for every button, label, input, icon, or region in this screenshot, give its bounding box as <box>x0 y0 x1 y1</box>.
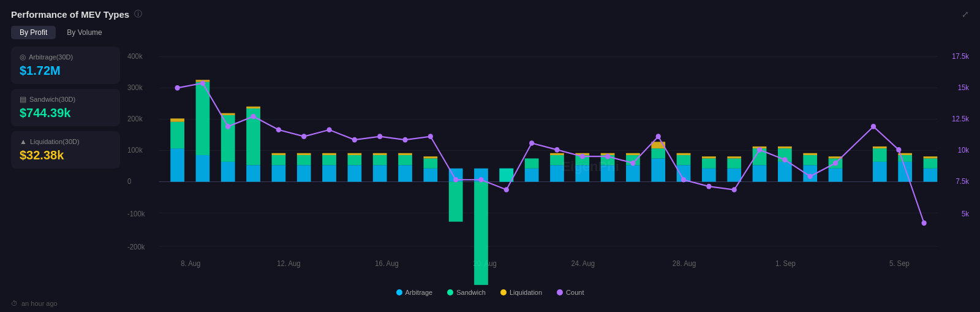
svg-rect-89 <box>677 155 691 165</box>
svg-point-145 <box>871 124 876 129</box>
svg-text:5. Sep: 5. Sep <box>889 259 910 267</box>
svg-text:1. Sep: 1. Sep <box>775 259 796 267</box>
svg-rect-35 <box>196 155 210 181</box>
arbitrage-card: ◎ Arbitrage(30D) $1.72M <box>11 47 120 84</box>
svg-rect-32 <box>170 148 184 181</box>
svg-rect-33 <box>170 122 184 148</box>
svg-rect-51 <box>322 155 336 165</box>
svg-rect-117 <box>924 156 938 158</box>
svg-point-132 <box>529 140 534 146</box>
svg-rect-49 <box>297 153 311 155</box>
svg-rect-109 <box>873 162 887 182</box>
svg-point-131 <box>504 187 509 192</box>
svg-text:16. Aug: 16. Aug <box>375 259 398 267</box>
svg-rect-93 <box>702 156 716 158</box>
footer: ⏱ an hour ago <box>11 300 969 307</box>
sandwich-icon: ▤ <box>20 95 26 104</box>
expand-icon[interactable]: ⤢ <box>962 9 969 19</box>
svg-text:12. Aug: 12. Aug <box>277 259 300 267</box>
chart-svg: 400k 300k 200k 100k 0 -100k -200k Profit… <box>127 47 969 286</box>
arbitrage-icon: ◎ <box>20 53 26 61</box>
svg-rect-100 <box>778 162 792 182</box>
tab-by-volume[interactable]: By Volume <box>58 26 110 39</box>
svg-rect-50 <box>322 165 336 181</box>
svg-rect-79 <box>601 165 615 181</box>
svg-rect-92 <box>702 158 716 168</box>
sandwich-card: ▤ Sandwich(30D) $744.39k <box>11 89 120 126</box>
svg-rect-72 <box>525 158 539 168</box>
svg-rect-74 <box>550 155 564 165</box>
liquidation-title: ▲ Liquidation(30D) <box>20 137 111 146</box>
svg-point-146 <box>896 147 901 153</box>
svg-rect-60 <box>398 155 412 165</box>
legend-label-arbitrage: Arbitrage <box>405 289 433 296</box>
title-row: Performance of MEV Types ⓘ <box>11 9 142 20</box>
svg-rect-94 <box>727 169 741 182</box>
legend-dot-arbitrage <box>396 289 402 295</box>
sandwich-value: $744.39k <box>20 106 111 120</box>
svg-rect-38 <box>221 162 235 182</box>
arbitrage-title: ◎ Arbitrage(30D) <box>20 53 111 61</box>
svg-text:15k: 15k <box>958 83 969 91</box>
legend-label-count: Count <box>566 289 584 296</box>
svg-point-133 <box>554 147 559 153</box>
sandwich-label: Sandwich(30D) <box>29 96 75 103</box>
liquidation-icon: ▲ <box>20 137 27 146</box>
svg-rect-73 <box>550 165 564 181</box>
svg-rect-97 <box>753 165 767 181</box>
svg-rect-116 <box>924 158 938 168</box>
svg-point-137 <box>656 134 661 139</box>
svg-point-118 <box>175 85 179 91</box>
svg-text:-200k: -200k <box>127 243 145 251</box>
svg-point-129 <box>453 177 458 183</box>
svg-rect-52 <box>322 153 336 155</box>
svg-text:8. Aug: 8. Aug <box>181 259 200 267</box>
svg-rect-46 <box>272 153 286 155</box>
svg-rect-34 <box>170 118 184 121</box>
svg-point-120 <box>225 124 230 129</box>
svg-rect-39 <box>221 115 235 162</box>
svg-point-121 <box>251 114 255 120</box>
svg-text:100k: 100k <box>127 145 143 153</box>
svg-rect-112 <box>898 162 912 182</box>
svg-point-123 <box>301 134 306 139</box>
svg-rect-102 <box>778 146 792 148</box>
svg-rect-106 <box>829 169 843 182</box>
legend-label-liquidation: Liquidation <box>510 289 542 296</box>
svg-text:17.5k: 17.5k <box>952 51 969 59</box>
svg-rect-113 <box>898 155 912 162</box>
svg-text:12.5k: 12.5k <box>952 114 969 122</box>
svg-text:7.5k: 7.5k <box>956 177 969 185</box>
svg-rect-76 <box>575 165 589 181</box>
liquidation-value: $32.38k <box>20 148 111 162</box>
svg-rect-62 <box>423 169 437 182</box>
page-title: Performance of MEV Types <box>11 9 129 20</box>
svg-rect-82 <box>626 165 640 181</box>
svg-rect-64 <box>423 156 437 158</box>
main-content: ◎ Arbitrage(30D) $1.72M ▤ Sandwich(30D) … <box>11 47 969 286</box>
svg-text:0: 0 <box>127 177 132 185</box>
svg-rect-84 <box>626 153 640 155</box>
chart-area: EigenPhi 400k 300k 200k 100k 0 -100k -20… <box>127 47 969 286</box>
svg-point-143 <box>808 173 813 179</box>
svg-point-141 <box>757 147 762 153</box>
svg-point-142 <box>782 157 787 162</box>
sandwich-title: ▤ Sandwich(30D) <box>20 95 111 104</box>
svg-text:5k: 5k <box>962 210 969 218</box>
svg-rect-56 <box>373 165 387 181</box>
svg-rect-91 <box>702 169 716 182</box>
svg-rect-44 <box>272 165 286 181</box>
svg-rect-66 <box>449 181 463 221</box>
svg-point-138 <box>681 177 686 183</box>
tab-by-profit[interactable]: By Profit <box>11 26 56 39</box>
sidebar: ◎ Arbitrage(30D) $1.72M ▤ Sandwich(30D) … <box>11 47 120 286</box>
footer-timestamp: an hour ago <box>21 300 58 307</box>
liquidation-card: ▲ Liquidation(30D) $32.38k <box>11 131 120 169</box>
info-icon[interactable]: ⓘ <box>134 9 142 20</box>
svg-point-125 <box>352 137 357 143</box>
svg-rect-45 <box>272 155 286 165</box>
svg-rect-75 <box>550 153 564 155</box>
svg-point-134 <box>580 154 585 159</box>
svg-rect-111 <box>873 146 887 148</box>
svg-rect-53 <box>348 165 362 181</box>
